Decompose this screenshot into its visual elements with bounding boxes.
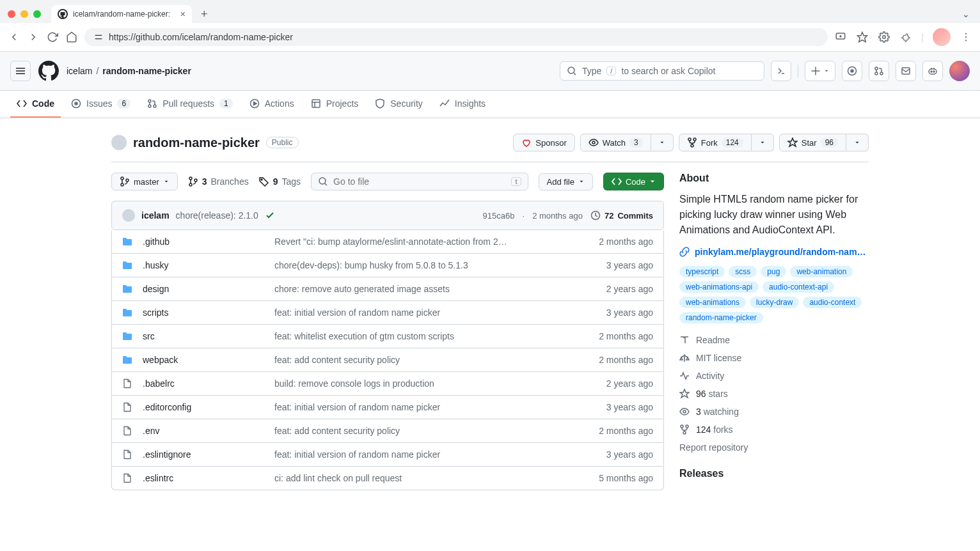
topic-tag[interactable]: audio-context	[803, 297, 862, 308]
watching-link[interactable]: 3 watching	[679, 407, 869, 417]
star-dropdown[interactable]	[846, 134, 869, 151]
topic-tag[interactable]: scss	[729, 266, 757, 277]
forward-button[interactable]	[27, 31, 40, 43]
activity-link[interactable]: Activity	[679, 371, 869, 381]
topic-tag[interactable]: web-animations-api	[679, 281, 759, 293]
user-avatar[interactable]	[949, 61, 970, 81]
topic-tag[interactable]: random-name-picker	[679, 312, 763, 323]
file-commit-link[interactable]: build: remove console logs in production	[274, 378, 434, 389]
hamburger-menu-button[interactable]	[10, 61, 31, 81]
file-icon	[122, 473, 132, 483]
fork-button[interactable]: Fork 124	[679, 134, 752, 151]
install-app-icon[interactable]	[834, 31, 847, 43]
topic-tag[interactable]: lucky-draw	[750, 297, 799, 308]
check-icon[interactable]	[265, 210, 275, 221]
settings-gear-icon[interactable]	[878, 31, 890, 43]
stars-link[interactable]: 96 stars	[679, 389, 869, 399]
window-maximize[interactable]	[33, 10, 41, 18]
window-close[interactable]	[8, 10, 15, 18]
tabs-dropdown-button[interactable]: ⌄	[957, 9, 975, 19]
file-name-link[interactable]: .editorconfig	[143, 402, 191, 412]
topic-tag[interactable]: pug	[761, 266, 786, 277]
file-name-link[interactable]: webpack	[143, 355, 178, 365]
report-repository-link[interactable]: Report repository	[679, 442, 869, 453]
tab-security[interactable]: Security	[368, 91, 429, 118]
github-logo-icon[interactable]	[38, 61, 59, 81]
watch-dropdown[interactable]	[651, 134, 674, 151]
browser-tab[interactable]: icelam/random-name-picker: ×	[51, 5, 192, 23]
bookmark-icon[interactable]	[856, 31, 869, 43]
issues-button[interactable]	[842, 61, 862, 81]
tab-close-button[interactable]: ×	[180, 9, 186, 19]
file-name-link[interactable]: .babelrc	[143, 378, 175, 389]
file-name-link[interactable]: .github	[143, 237, 170, 247]
file-name-link[interactable]: scripts	[143, 307, 168, 318]
create-new-button[interactable]	[805, 61, 835, 81]
extensions-icon[interactable]	[899, 31, 912, 43]
file-commit-link[interactable]: feat: add content security policy	[274, 426, 400, 436]
releases-heading[interactable]: Releases	[679, 468, 869, 479]
file-commit-link[interactable]: feat: initial version of random name pic…	[274, 307, 440, 318]
file-name-link[interactable]: src	[143, 331, 155, 341]
owner-avatar[interactable]	[111, 135, 127, 150]
homepage-link[interactable]: pinkylam.me/playground/random-nam…	[679, 247, 869, 257]
file-name-link[interactable]: .husky	[143, 260, 168, 270]
browser-menu-button[interactable]	[960, 31, 972, 43]
watch-button[interactable]: Watch 3	[580, 134, 651, 151]
commit-author[interactable]: icelam	[141, 210, 170, 221]
file-commit-link[interactable]: feat: add content security policy	[274, 355, 400, 365]
commits-link[interactable]: 72 Commits	[590, 210, 653, 221]
repo-link[interactable]: random-name-picker	[102, 66, 191, 76]
file-name-link[interactable]: .eslintignore	[143, 449, 191, 460]
topic-tag[interactable]: web-animation	[790, 266, 853, 277]
file-commit-link[interactable]: feat: initial version of random name pic…	[274, 402, 440, 412]
tab-insights[interactable]: Insights	[433, 91, 492, 118]
tab-projects[interactable]: Projects	[304, 91, 365, 118]
tab-issues[interactable]: Issues 6	[65, 91, 137, 118]
topic-tag[interactable]: typescript	[679, 266, 725, 277]
search-input[interactable]: Type / to search or ask Copilot	[560, 61, 764, 81]
sponsor-button[interactable]: Sponsor	[513, 134, 574, 151]
file-commit-link[interactable]: ci: add lint check on pull request	[274, 473, 402, 483]
home-button[interactable]	[65, 31, 78, 43]
file-commit-link[interactable]: chore: remove auto generated image asset…	[274, 284, 450, 294]
site-info-icon[interactable]	[93, 32, 104, 42]
file-name-link[interactable]: design	[143, 284, 169, 294]
commit-sha[interactable]: 915ca6b	[483, 211, 515, 221]
profile-avatar[interactable]	[933, 28, 951, 46]
tags-link[interactable]: 9 Tags	[259, 176, 301, 187]
reload-button[interactable]	[46, 31, 59, 43]
topic-tag[interactable]: web-animations	[679, 297, 746, 308]
command-palette-button[interactable]	[771, 61, 791, 81]
new-tab-button[interactable]: +	[197, 8, 212, 21]
owner-link[interactable]: icelam	[67, 66, 92, 76]
file-commit-link[interactable]: Revert "ci: bump ataylorme/eslint-annota…	[274, 237, 507, 247]
commit-message[interactable]: chore(release): 2.1.0	[176, 210, 258, 221]
copilot-button[interactable]	[922, 61, 943, 81]
add-file-button[interactable]: Add file	[539, 173, 593, 190]
pull-requests-button[interactable]	[869, 61, 889, 81]
tab-actions[interactable]: Actions	[243, 91, 301, 118]
tab-pull-requests[interactable]: Pull requests 1	[141, 91, 239, 118]
file-commit-link[interactable]: chore(dev-deps): bump husky from 5.0.8 t…	[274, 260, 468, 270]
address-bar[interactable]: https://github.com/icelam/random-name-pi…	[84, 28, 828, 46]
notifications-button[interactable]	[896, 61, 916, 81]
file-name-link[interactable]: .env	[143, 426, 159, 436]
branches-link[interactable]: 3 Branches	[188, 176, 249, 187]
readme-link[interactable]: Readme	[679, 335, 869, 345]
forks-link[interactable]: 124 forks	[679, 424, 869, 435]
fork-dropdown[interactable]	[752, 134, 774, 151]
license-link[interactable]: MIT license	[679, 353, 869, 363]
window-minimize[interactable]	[20, 10, 28, 18]
back-button[interactable]	[8, 31, 20, 43]
topic-tag[interactable]: audio-context-api	[763, 281, 834, 293]
commit-author-avatar[interactable]	[122, 209, 135, 222]
tab-code[interactable]: Code	[10, 91, 61, 118]
file-commit-link[interactable]: feat: initial version of random name pic…	[274, 449, 440, 460]
star-button[interactable]: Star 96	[779, 134, 846, 151]
go-to-file-input[interactable]: t	[311, 173, 528, 190]
file-name-link[interactable]: .eslintrc	[143, 473, 173, 483]
branch-select-button[interactable]: master	[111, 173, 178, 190]
code-button[interactable]: Code	[603, 173, 664, 190]
file-commit-link[interactable]: feat: whitelist execution of gtm custom …	[274, 331, 454, 341]
